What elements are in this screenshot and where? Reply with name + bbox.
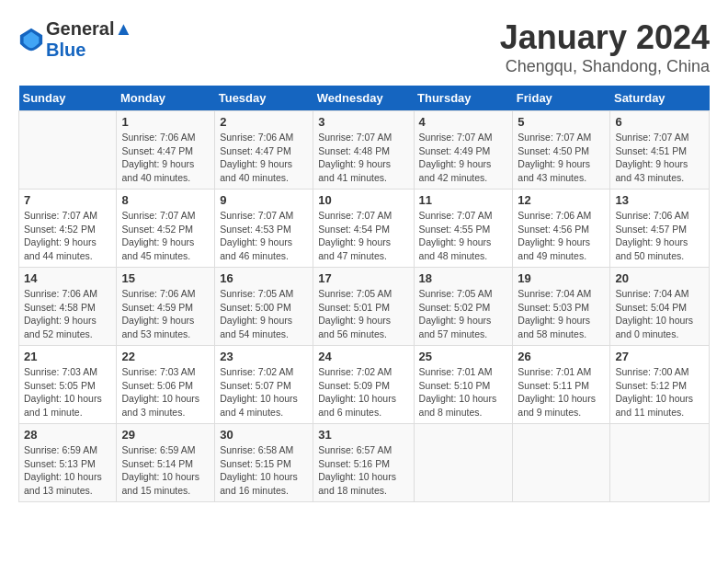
logo-text: General▲ Blue — [46, 18, 132, 61]
day-number: 4 — [419, 115, 508, 129]
calendar-cell: 24Sunrise: 7:02 AM Sunset: 5:09 PM Dayli… — [313, 346, 414, 424]
day-number: 14 — [24, 271, 111, 285]
day-detail: Sunrise: 7:07 AM Sunset: 4:52 PM Dayligh… — [121, 209, 210, 263]
calendar-cell: 14Sunrise: 7:06 AM Sunset: 4:58 PM Dayli… — [19, 268, 117, 346]
calendar-cell: 25Sunrise: 7:01 AM Sunset: 5:10 PM Dayli… — [414, 346, 513, 424]
day-number: 29 — [121, 428, 210, 442]
day-detail: Sunrise: 7:07 AM Sunset: 4:55 PM Dayligh… — [419, 209, 508, 263]
calendar-cell: 28Sunrise: 6:59 AM Sunset: 5:13 PM Dayli… — [19, 424, 117, 502]
day-number: 20 — [615, 271, 704, 285]
calendar-cell: 1Sunrise: 7:06 AM Sunset: 4:47 PM Daylig… — [117, 111, 215, 190]
day-number: 6 — [615, 115, 704, 129]
day-detail: Sunrise: 7:04 AM Sunset: 5:04 PM Dayligh… — [615, 287, 704, 341]
weekday-header-monday: Monday — [117, 86, 215, 111]
day-detail: Sunrise: 7:07 AM Sunset: 4:49 PM Dayligh… — [419, 131, 508, 185]
day-detail: Sunrise: 7:05 AM Sunset: 5:02 PM Dayligh… — [419, 287, 508, 341]
day-number: 19 — [518, 271, 605, 285]
location-title: Chengqu, Shandong, China — [500, 57, 710, 76]
calendar-cell: 4Sunrise: 7:07 AM Sunset: 4:49 PM Daylig… — [414, 111, 513, 190]
day-number: 24 — [318, 350, 408, 363]
day-detail: Sunrise: 7:02 AM Sunset: 5:09 PM Dayligh… — [318, 365, 408, 419]
day-detail: Sunrise: 6:59 AM Sunset: 5:13 PM Dayligh… — [24, 443, 111, 498]
day-number: 13 — [615, 193, 704, 207]
day-number: 10 — [318, 193, 408, 207]
day-number: 5 — [518, 115, 605, 129]
calendar-cell: 3Sunrise: 7:07 AM Sunset: 4:48 PM Daylig… — [313, 111, 414, 190]
day-number: 17 — [318, 271, 408, 285]
day-number: 8 — [121, 193, 210, 207]
day-detail: Sunrise: 7:06 AM Sunset: 4:58 PM Dayligh… — [24, 287, 111, 341]
day-number: 16 — [220, 271, 308, 285]
page-header: General▲ Blue January 2024 Chengqu, Shan… — [18, 18, 710, 76]
weekday-header-wednesday: Wednesday — [313, 86, 414, 111]
calendar-cell: 8Sunrise: 7:07 AM Sunset: 4:52 PM Daylig… — [117, 190, 215, 268]
day-detail: Sunrise: 7:06 AM Sunset: 4:47 PM Dayligh… — [220, 131, 308, 185]
day-detail: Sunrise: 7:06 AM Sunset: 4:59 PM Dayligh… — [121, 287, 210, 341]
day-number: 27 — [615, 350, 704, 363]
day-number: 31 — [318, 428, 408, 442]
day-number: 28 — [24, 428, 111, 442]
day-number: 2 — [220, 115, 308, 129]
day-number: 22 — [121, 350, 210, 363]
day-detail: Sunrise: 7:03 AM Sunset: 5:06 PM Dayligh… — [121, 365, 210, 419]
day-detail: Sunrise: 7:02 AM Sunset: 5:07 PM Dayligh… — [220, 365, 308, 419]
day-number: 12 — [518, 193, 605, 207]
day-detail: Sunrise: 7:07 AM Sunset: 4:54 PM Dayligh… — [318, 209, 408, 263]
calendar-cell: 17Sunrise: 7:05 AM Sunset: 5:01 PM Dayli… — [313, 268, 414, 346]
day-number: 1 — [121, 115, 210, 129]
logo: General▲ Blue — [18, 18, 132, 61]
calendar-cell — [513, 424, 610, 502]
calendar-cell: 30Sunrise: 6:58 AM Sunset: 5:15 PM Dayli… — [215, 424, 313, 502]
day-number: 11 — [419, 193, 508, 207]
calendar-cell: 31Sunrise: 6:57 AM Sunset: 5:16 PM Dayli… — [313, 424, 414, 502]
calendar-cell: 16Sunrise: 7:05 AM Sunset: 5:00 PM Dayli… — [215, 268, 313, 346]
calendar-cell: 22Sunrise: 7:03 AM Sunset: 5:06 PM Dayli… — [117, 346, 215, 424]
day-detail: Sunrise: 7:03 AM Sunset: 5:05 PM Dayligh… — [24, 365, 111, 419]
calendar-cell: 7Sunrise: 7:07 AM Sunset: 4:52 PM Daylig… — [19, 190, 117, 268]
day-number: 15 — [121, 271, 210, 285]
calendar-cell — [414, 424, 513, 502]
title-block: January 2024 Chengqu, Shandong, China — [500, 18, 710, 76]
calendar-cell — [610, 424, 710, 502]
day-detail: Sunrise: 7:07 AM Sunset: 4:51 PM Dayligh… — [615, 131, 704, 185]
weekday-header-tuesday: Tuesday — [215, 86, 313, 111]
weekday-header-friday: Friday — [513, 86, 610, 111]
calendar-cell: 6Sunrise: 7:07 AM Sunset: 4:51 PM Daylig… — [610, 111, 710, 190]
day-detail: Sunrise: 7:06 AM Sunset: 4:56 PM Dayligh… — [518, 209, 605, 263]
logo-icon — [18, 27, 44, 52]
day-detail: Sunrise: 7:01 AM Sunset: 5:10 PM Dayligh… — [419, 365, 508, 419]
day-number: 3 — [318, 115, 408, 129]
day-number: 9 — [220, 193, 308, 207]
calendar-cell: 29Sunrise: 6:59 AM Sunset: 5:14 PM Dayli… — [117, 424, 215, 502]
calendar-cell: 5Sunrise: 7:07 AM Sunset: 4:50 PM Daylig… — [513, 111, 610, 190]
calendar-cell: 21Sunrise: 7:03 AM Sunset: 5:05 PM Dayli… — [19, 346, 117, 424]
day-detail: Sunrise: 7:07 AM Sunset: 4:53 PM Dayligh… — [220, 209, 308, 263]
calendar-cell: 26Sunrise: 7:01 AM Sunset: 5:11 PM Dayli… — [513, 346, 610, 424]
day-detail: Sunrise: 7:05 AM Sunset: 5:00 PM Dayligh… — [220, 287, 308, 341]
calendar-cell: 2Sunrise: 7:06 AM Sunset: 4:47 PM Daylig… — [215, 111, 313, 190]
day-detail: Sunrise: 6:57 AM Sunset: 5:16 PM Dayligh… — [318, 443, 408, 498]
day-detail: Sunrise: 7:07 AM Sunset: 4:52 PM Dayligh… — [24, 209, 111, 263]
day-number: 18 — [419, 271, 508, 285]
day-detail: Sunrise: 7:07 AM Sunset: 4:50 PM Dayligh… — [518, 131, 605, 185]
day-detail: Sunrise: 7:07 AM Sunset: 4:48 PM Dayligh… — [318, 131, 408, 185]
calendar-cell: 15Sunrise: 7:06 AM Sunset: 4:59 PM Dayli… — [117, 268, 215, 346]
day-number: 23 — [220, 350, 308, 363]
calendar-cell: 27Sunrise: 7:00 AM Sunset: 5:12 PM Dayli… — [610, 346, 710, 424]
calendar-cell: 10Sunrise: 7:07 AM Sunset: 4:54 PM Dayli… — [313, 190, 414, 268]
day-number: 25 — [419, 350, 508, 363]
calendar-cell: 20Sunrise: 7:04 AM Sunset: 5:04 PM Dayli… — [610, 268, 710, 346]
day-detail: Sunrise: 6:59 AM Sunset: 5:14 PM Dayligh… — [121, 443, 210, 498]
day-detail: Sunrise: 7:01 AM Sunset: 5:11 PM Dayligh… — [518, 365, 605, 419]
calendar-cell: 19Sunrise: 7:04 AM Sunset: 5:03 PM Dayli… — [513, 268, 610, 346]
day-number: 30 — [220, 428, 308, 442]
calendar-cell: 13Sunrise: 7:06 AM Sunset: 4:57 PM Dayli… — [610, 190, 710, 268]
day-number: 7 — [24, 193, 111, 207]
calendar-cell: 23Sunrise: 7:02 AM Sunset: 5:07 PM Dayli… — [215, 346, 313, 424]
month-title: January 2024 — [500, 18, 710, 57]
day-number: 21 — [24, 350, 111, 363]
day-detail: Sunrise: 7:00 AM Sunset: 5:12 PM Dayligh… — [615, 365, 704, 419]
day-detail: Sunrise: 7:04 AM Sunset: 5:03 PM Dayligh… — [518, 287, 605, 341]
day-detail: Sunrise: 7:06 AM Sunset: 4:47 PM Dayligh… — [121, 131, 210, 185]
day-detail: Sunrise: 6:58 AM Sunset: 5:15 PM Dayligh… — [220, 443, 308, 498]
